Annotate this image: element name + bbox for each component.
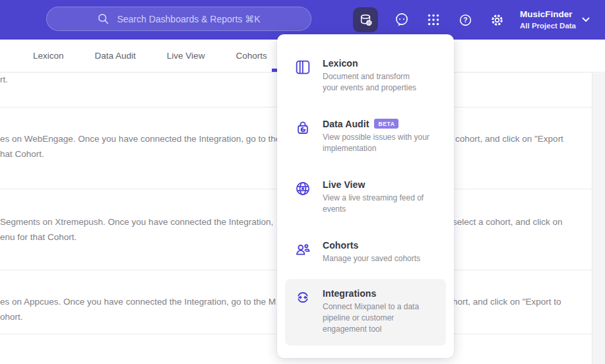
- data-management-button[interactable]: [353, 7, 378, 32]
- lexicon-book-icon: [294, 58, 311, 94]
- row-text-fragment: hort, and click on "Export to: [453, 294, 561, 309]
- top-header: Search Dashboards & Reports ⌘K: [0, 0, 605, 40]
- menu-item-title: Cohorts: [323, 240, 420, 251]
- live-view-globe-icon: [294, 179, 311, 215]
- menu-item-description: View a live streaming feed of events: [323, 193, 424, 215]
- search-bar[interactable]: Search Dashboards & Reports ⌘K: [46, 7, 311, 31]
- feedback-button[interactable]: [394, 12, 410, 28]
- help-glyph: ?: [463, 16, 467, 24]
- cohorts-people-icon: [294, 240, 311, 264]
- menu-item-integrations[interactable]: Integrations Connect Mixpanel to a data …: [285, 279, 446, 346]
- menu-item-description: Manage your saved cohorts: [323, 253, 420, 264]
- tab-lexicon[interactable]: Lexicon: [33, 51, 64, 61]
- row-text-fragment: es on Appcues. Once you have connected t…: [0, 294, 276, 324]
- chat-smiley-icon: [394, 12, 410, 28]
- database-gear-icon: [358, 13, 373, 28]
- help-icon: ?: [458, 13, 473, 28]
- menu-item-description: View possible issues with your implement…: [323, 132, 430, 154]
- chevron-down-icon[interactable]: [582, 17, 590, 22]
- search-placeholder: Search Dashboards & Reports ⌘K: [117, 14, 260, 24]
- menu-item-title: Live View: [323, 179, 424, 190]
- project-scope: All Project Data: [520, 21, 577, 30]
- beta-badge: BETA: [374, 119, 398, 129]
- menu-item-description: Document and transform your events and p…: [323, 71, 416, 94]
- search-icon: [97, 13, 110, 25]
- data-audit-lock-icon: [294, 119, 311, 154]
- menu-item-title: Lexicon: [323, 58, 416, 69]
- menu-item-lexicon[interactable]: Lexicon Document and transform your even…: [285, 51, 446, 94]
- menu-item-title: Integrations: [323, 288, 419, 299]
- row-text-fragment: cohort, and click on "Export: [455, 131, 563, 146]
- menu-item-data-audit[interactable]: Data AuditBETA View possible issues with…: [285, 112, 446, 154]
- settings-button[interactable]: [489, 12, 505, 28]
- grid-icon: [426, 13, 441, 27]
- tab-live-view[interactable]: Live View: [167, 51, 205, 61]
- help-button[interactable]: ?: [457, 12, 473, 28]
- data-management-dropdown: Lexicon Document and transform your even…: [277, 34, 454, 358]
- integrations-sync-icon: [294, 288, 311, 335]
- menu-item-description: Connect Mixpanel to a data pipeline or c…: [323, 301, 419, 335]
- menu-item-title: Data Audit: [323, 119, 369, 129]
- project-switcher[interactable]: MusicFinder All Project Data: [520, 9, 577, 30]
- apps-grid-button[interactable]: [426, 12, 441, 28]
- tab-data-audit[interactable]: Data Audit: [95, 51, 136, 61]
- menu-item-live-view[interactable]: Live View View a live streaming feed of …: [285, 173, 446, 215]
- row-text-fragment: Segments on Xtremepush. Once you have co…: [0, 214, 273, 245]
- gear-icon: [490, 13, 505, 28]
- tab-cohorts[interactable]: Cohorts: [236, 51, 267, 61]
- row-text-fragment: rt.: [0, 72, 8, 87]
- row-text-fragment: es on WebEngage. Once you have connected…: [0, 131, 280, 162]
- row-text-fragment: select a cohort, and click on: [453, 214, 563, 229]
- scrollbar-track[interactable]: [592, 73, 605, 364]
- menu-item-cohorts[interactable]: Cohorts Manage your saved cohorts: [285, 233, 446, 264]
- project-name: MusicFinder: [520, 9, 577, 20]
